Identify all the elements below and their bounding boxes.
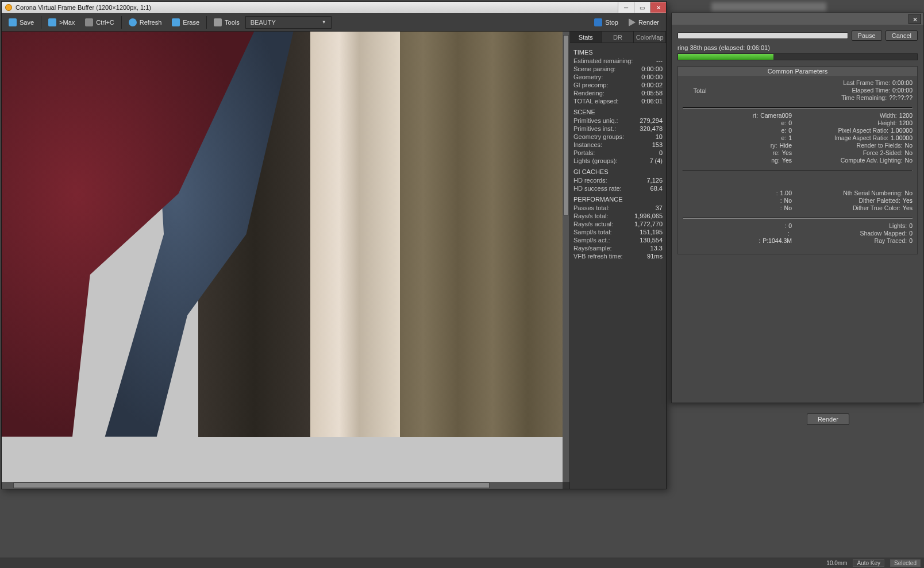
stat-row: TOTAL elapsed:0:06:01: [573, 97, 663, 105]
cancel-button[interactable]: Cancel: [886, 30, 918, 41]
param-row: rt:Camera009: [683, 112, 792, 119]
scroll-thumb-h[interactable]: [13, 482, 490, 488]
stat-row: Rendering:0:05:58: [573, 89, 663, 97]
stat-row: HD records:7,126: [573, 176, 663, 184]
param-row: :No: [683, 197, 792, 204]
param-row: ng:Yes: [683, 157, 792, 164]
selected-label[interactable]: Selected: [890, 559, 921, 567]
play-icon: [629, 18, 636, 26]
pass-label: ring 38th pass (elapsed: 0:06:01): [677, 44, 918, 51]
tab-colormap[interactable]: ColorMap: [634, 32, 666, 42]
refresh-icon: [129, 18, 137, 26]
maximize-button[interactable]: ▭: [634, 2, 650, 13]
side-tabs: Stats DR ColorMap: [570, 32, 666, 43]
to-max-button[interactable]: >Max: [44, 15, 79, 30]
stat-row: GI precomp:0:00:02: [573, 81, 663, 89]
stat-row: HD success rate:68.4: [573, 184, 663, 192]
vfb-window: Corona Virtual Frame Buffer (1200×1200px…: [1, 1, 667, 489]
overall-progress: [677, 32, 848, 39]
erase-button[interactable]: Erase: [167, 15, 204, 30]
perf-header: PERFORMANCE: [573, 196, 663, 203]
scene-header: SCENE: [573, 109, 663, 115]
toolbar: Save >Max Ctrl+C Refresh Erase Tools BEA…: [2, 13, 666, 32]
stop-button[interactable]: Stop: [590, 15, 623, 30]
stat-row: Geometry groups:10: [573, 133, 663, 141]
scroll-thumb-v[interactable]: [563, 35, 569, 215]
common-parameters-rollout: Common Parameters Total Last Frame Time:…: [677, 66, 918, 254]
stat-row: Primitives uniq.:279,294: [573, 117, 663, 125]
param-row: e:1: [683, 134, 792, 142]
tab-dr[interactable]: DR: [602, 32, 634, 42]
dialog-close-button[interactable]: ✕: [908, 14, 921, 24]
channel-select[interactable]: BEAUTY ▼: [245, 16, 332, 29]
pass-progress: [677, 53, 918, 60]
param-row: Compute Adv. Lighting:No: [803, 157, 913, 164]
stat-row: Estimated remaining:---: [573, 57, 663, 65]
param-row: :No: [683, 204, 792, 212]
stat-row: Geometry:0:00:00: [573, 73, 663, 81]
stat-row: Rays/sample:13.3: [573, 244, 663, 252]
copy-icon: [85, 18, 93, 26]
stat-row: Portals:0: [573, 149, 663, 157]
stats-body: TIMES Estimated remaining:---Scene parsi…: [570, 43, 666, 262]
grid-value: 10.0mm: [826, 560, 847, 566]
param-row: Force 2-Sided:No: [803, 149, 913, 157]
tab-stats[interactable]: Stats: [570, 32, 602, 42]
total-label: Total: [683, 79, 717, 94]
stat-row: Primitives inst.:320,478: [573, 125, 663, 133]
param-row: Dither Paletted:Yes: [803, 197, 913, 204]
stat-row: VFB refresh time:91ms: [573, 252, 663, 260]
param-row: e:0: [683, 127, 792, 134]
stat-row: Sampl/s total:151,195: [573, 228, 663, 236]
param-row: Shadow Mapped:0: [803, 230, 913, 237]
param-row: re:Yes: [683, 149, 792, 157]
param-row: Elapsed Time:0:00:00: [717, 87, 913, 94]
stat-row: Instances:153: [573, 141, 663, 149]
rendering-dialog: ✕ Pause Cancel ring 38th pass (elapsed: …: [671, 13, 924, 403]
rollout-header[interactable]: Common Parameters: [678, 67, 917, 76]
autokey-toggle[interactable]: Auto Key: [853, 559, 884, 567]
stat-row: Scene parsing:0:00:00: [573, 65, 663, 73]
save-icon: [9, 18, 17, 26]
param-row: Lights:0: [803, 222, 913, 230]
stat-row: Sampl/s act.:130,554: [573, 236, 663, 244]
param-row: Time Remaining:??:??:??: [717, 94, 913, 102]
ctrl-c-button[interactable]: Ctrl+C: [80, 15, 118, 30]
stat-row: Rays/s actual:1,772,770: [573, 220, 663, 228]
param-row: Render to Fields:No: [803, 142, 913, 149]
minimize-button[interactable]: ─: [618, 2, 634, 13]
scrollbar-vertical[interactable]: [563, 32, 569, 482]
param-row: Height:1200: [803, 119, 913, 127]
close-button[interactable]: ✕: [650, 2, 666, 13]
param-row: :1.00: [683, 190, 792, 197]
dialog-titlebar[interactable]: ✕: [672, 13, 923, 25]
param-row: :P:1044.3M: [683, 237, 792, 245]
titlebar[interactable]: Corona Virtual Frame Buffer (1200×1200px…: [2, 2, 666, 13]
corona-icon: [5, 4, 12, 11]
chevron-down-icon: ▼: [322, 20, 326, 25]
stat-row: Passes total:37: [573, 204, 663, 212]
curtain-cream: [299, 32, 400, 437]
save-button[interactable]: Save: [4, 15, 38, 30]
render-button[interactable]: Render: [624, 15, 664, 30]
param-row: Last Frame Time:0:00:00: [717, 79, 913, 87]
bottom-status-bar: 10.0mm Auto Key Selected: [0, 558, 924, 568]
render-viewport[interactable]: [2, 32, 569, 489]
scrollbar-horizontal[interactable]: [2, 482, 563, 489]
param-row: e:0: [683, 119, 792, 127]
refresh-button[interactable]: Refresh: [124, 15, 167, 30]
window-title: Corona Virtual Frame Buffer (1200×1200px…: [16, 4, 151, 11]
tools-button[interactable]: Tools: [209, 15, 244, 30]
param-row: Width:1200: [803, 112, 913, 119]
param-row: ry:Hide: [683, 142, 792, 149]
param-row: Nth Serial Numbering:No: [803, 190, 913, 197]
to-max-icon: [48, 18, 56, 26]
channel-value: BEAUTY: [251, 19, 276, 26]
stat-row: Rays/s total:1,996,065: [573, 212, 663, 220]
render-button-secondary[interactable]: Render: [807, 414, 849, 425]
pause-button[interactable]: Pause: [852, 30, 882, 41]
erase-icon: [172, 18, 180, 26]
side-panel: Stats DR ColorMap TIMES Estimated remain…: [569, 32, 666, 489]
param-row: :0: [683, 222, 792, 230]
render-image: [2, 32, 563, 482]
